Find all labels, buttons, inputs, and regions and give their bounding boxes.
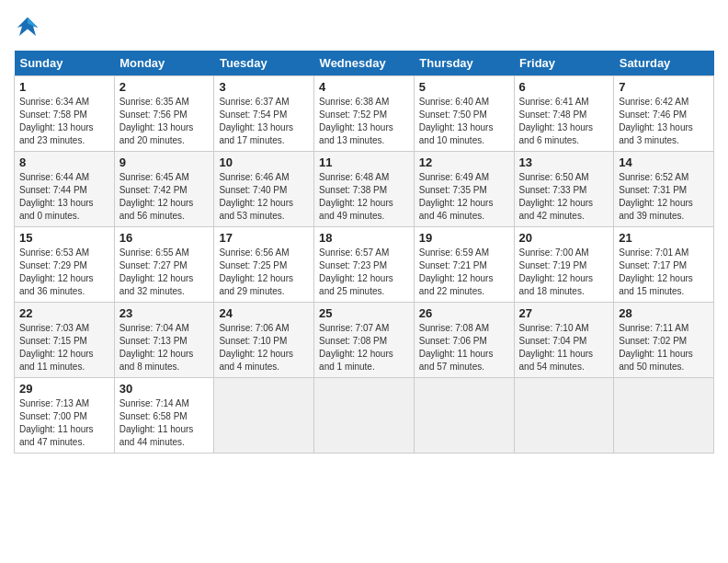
day-number: 24 — [219, 306, 309, 320]
day-info: Sunrise: 6:46 AMSunset: 7:40 PMDaylight:… — [219, 171, 309, 223]
day-info: Sunrise: 7:14 AMSunset: 6:58 PMDaylight:… — [119, 397, 210, 449]
day-info: Sunrise: 6:49 AMSunset: 7:35 PMDaylight:… — [419, 171, 509, 223]
day-header-sunday: Sunday — [15, 51, 115, 76]
logo — [14, 14, 45, 41]
calendar-cell: 4 Sunrise: 6:38 AMSunset: 7:52 PMDayligh… — [314, 76, 415, 152]
day-info: Sunrise: 7:06 AMSunset: 7:10 PMDaylight:… — [219, 322, 309, 373]
calendar-cell: 11 Sunrise: 6:48 AMSunset: 7:38 PMDaylig… — [314, 152, 415, 227]
day-number: 5 — [419, 80, 509, 94]
day-info: Sunrise: 6:52 AMSunset: 7:31 PMDaylight:… — [619, 171, 709, 223]
day-number: 11 — [319, 155, 409, 169]
day-number: 18 — [319, 231, 409, 245]
calendar-cell: 18 Sunrise: 6:57 AMSunset: 7:23 PMDaylig… — [314, 227, 415, 303]
day-number: 7 — [619, 80, 709, 94]
day-info: Sunrise: 7:13 AMSunset: 7:00 PMDaylight:… — [19, 397, 109, 449]
day-header-wednesday: Wednesday — [314, 51, 415, 76]
day-number: 20 — [519, 231, 609, 245]
calendar-cell: 26 Sunrise: 7:08 AMSunset: 7:06 PMDaylig… — [414, 303, 514, 378]
day-number: 8 — [19, 155, 109, 169]
day-info: Sunrise: 7:10 AMSunset: 7:04 PMDaylight:… — [519, 322, 609, 373]
day-number: 30 — [119, 382, 210, 396]
calendar-cell: 9 Sunrise: 6:45 AMSunset: 7:42 PMDayligh… — [114, 152, 214, 227]
day-number: 6 — [519, 80, 609, 94]
day-number: 12 — [419, 155, 509, 169]
day-number: 10 — [219, 155, 309, 169]
day-number: 28 — [619, 306, 709, 320]
calendar-cell — [214, 378, 314, 454]
day-info: Sunrise: 6:55 AMSunset: 7:27 PMDaylight:… — [119, 247, 210, 298]
day-number: 19 — [419, 231, 509, 245]
calendar-cell: 3 Sunrise: 6:37 AMSunset: 7:54 PMDayligh… — [214, 76, 314, 152]
day-info: Sunrise: 7:01 AMSunset: 7:17 PMDaylight:… — [619, 247, 709, 298]
day-info: Sunrise: 7:04 AMSunset: 7:13 PMDaylight:… — [119, 322, 210, 373]
calendar-cell: 23 Sunrise: 7:04 AMSunset: 7:13 PMDaylig… — [114, 303, 214, 378]
day-info: Sunrise: 6:57 AMSunset: 7:23 PMDaylight:… — [319, 247, 409, 298]
day-info: Sunrise: 7:07 AMSunset: 7:08 PMDaylight:… — [319, 322, 409, 373]
day-header-saturday: Saturday — [614, 51, 714, 76]
calendar-cell: 21 Sunrise: 7:01 AMSunset: 7:17 PMDaylig… — [614, 227, 714, 303]
day-info: Sunrise: 6:53 AMSunset: 7:29 PMDaylight:… — [19, 247, 109, 298]
day-info: Sunrise: 7:03 AMSunset: 7:15 PMDaylight:… — [19, 322, 109, 373]
calendar-cell: 19 Sunrise: 6:59 AMSunset: 7:21 PMDaylig… — [414, 227, 514, 303]
day-number: 21 — [619, 231, 709, 245]
calendar-cell — [314, 378, 415, 454]
day-number: 17 — [219, 231, 309, 245]
day-number: 26 — [419, 306, 509, 320]
calendar-cell: 17 Sunrise: 6:56 AMSunset: 7:25 PMDaylig… — [214, 227, 314, 303]
calendar-cell — [514, 378, 614, 454]
day-info: Sunrise: 6:42 AMSunset: 7:46 PMDaylight:… — [619, 96, 709, 147]
calendar-cell: 15 Sunrise: 6:53 AMSunset: 7:29 PMDaylig… — [15, 227, 115, 303]
day-info: Sunrise: 6:50 AMSunset: 7:33 PMDaylight:… — [519, 171, 609, 223]
calendar-cell: 1 Sunrise: 6:34 AMSunset: 7:58 PMDayligh… — [15, 76, 115, 152]
day-info: Sunrise: 6:37 AMSunset: 7:54 PMDaylight:… — [219, 96, 309, 147]
calendar-week-5: 29 Sunrise: 7:13 AMSunset: 7:00 PMDaylig… — [15, 378, 714, 454]
page-header — [14, 14, 714, 41]
logo-icon — [14, 14, 41, 41]
calendar-cell: 25 Sunrise: 7:07 AMSunset: 7:08 PMDaylig… — [314, 303, 415, 378]
day-number: 22 — [19, 306, 109, 320]
day-info: Sunrise: 6:40 AMSunset: 7:50 PMDaylight:… — [419, 96, 509, 147]
day-header-thursday: Thursday — [414, 51, 514, 76]
day-info: Sunrise: 6:48 AMSunset: 7:38 PMDaylight:… — [319, 171, 409, 223]
day-number: 9 — [119, 155, 210, 169]
day-header-monday: Monday — [114, 51, 214, 76]
calendar-cell: 13 Sunrise: 6:50 AMSunset: 7:33 PMDaylig… — [514, 152, 614, 227]
calendar-cell — [414, 378, 514, 454]
day-number: 14 — [619, 155, 709, 169]
calendar-cell: 29 Sunrise: 7:13 AMSunset: 7:00 PMDaylig… — [15, 378, 115, 454]
day-info: Sunrise: 7:00 AMSunset: 7:19 PMDaylight:… — [519, 247, 609, 298]
day-number: 29 — [19, 382, 109, 396]
header-row: SundayMondayTuesdayWednesdayThursdayFrid… — [15, 51, 714, 76]
day-number: 27 — [519, 306, 609, 320]
calendar-cell: 5 Sunrise: 6:40 AMSunset: 7:50 PMDayligh… — [414, 76, 514, 152]
calendar-week-2: 8 Sunrise: 6:44 AMSunset: 7:44 PMDayligh… — [15, 152, 714, 227]
day-info: Sunrise: 6:56 AMSunset: 7:25 PMDaylight:… — [219, 247, 309, 298]
day-info: Sunrise: 7:11 AMSunset: 7:02 PMDaylight:… — [619, 322, 709, 373]
calendar-cell: 12 Sunrise: 6:49 AMSunset: 7:35 PMDaylig… — [414, 152, 514, 227]
calendar-cell: 7 Sunrise: 6:42 AMSunset: 7:46 PMDayligh… — [614, 76, 714, 152]
day-header-tuesday: Tuesday — [214, 51, 314, 76]
day-header-friday: Friday — [514, 51, 614, 76]
calendar-cell: 30 Sunrise: 7:14 AMSunset: 6:58 PMDaylig… — [114, 378, 214, 454]
calendar-cell: 6 Sunrise: 6:41 AMSunset: 7:48 PMDayligh… — [514, 76, 614, 152]
calendar-cell: 10 Sunrise: 6:46 AMSunset: 7:40 PMDaylig… — [214, 152, 314, 227]
calendar-table: SundayMondayTuesdayWednesdayThursdayFrid… — [14, 51, 714, 454]
calendar-week-3: 15 Sunrise: 6:53 AMSunset: 7:29 PMDaylig… — [15, 227, 714, 303]
day-info: Sunrise: 6:44 AMSunset: 7:44 PMDaylight:… — [19, 171, 109, 223]
day-number: 25 — [319, 306, 409, 320]
day-number: 2 — [119, 80, 210, 94]
calendar-cell: 28 Sunrise: 7:11 AMSunset: 7:02 PMDaylig… — [614, 303, 714, 378]
day-info: Sunrise: 6:41 AMSunset: 7:48 PMDaylight:… — [519, 96, 609, 147]
day-info: Sunrise: 6:34 AMSunset: 7:58 PMDaylight:… — [19, 96, 109, 147]
calendar-cell: 16 Sunrise: 6:55 AMSunset: 7:27 PMDaylig… — [114, 227, 214, 303]
day-number: 1 — [19, 80, 109, 94]
day-number: 3 — [219, 80, 309, 94]
calendar-cell: 8 Sunrise: 6:44 AMSunset: 7:44 PMDayligh… — [15, 152, 115, 227]
day-number: 16 — [119, 231, 210, 245]
calendar-cell: 14 Sunrise: 6:52 AMSunset: 7:31 PMDaylig… — [614, 152, 714, 227]
calendar-cell: 20 Sunrise: 7:00 AMSunset: 7:19 PMDaylig… — [514, 227, 614, 303]
day-number: 15 — [19, 231, 109, 245]
calendar-cell: 22 Sunrise: 7:03 AMSunset: 7:15 PMDaylig… — [15, 303, 115, 378]
day-number: 13 — [519, 155, 609, 169]
day-number: 23 — [119, 306, 210, 320]
